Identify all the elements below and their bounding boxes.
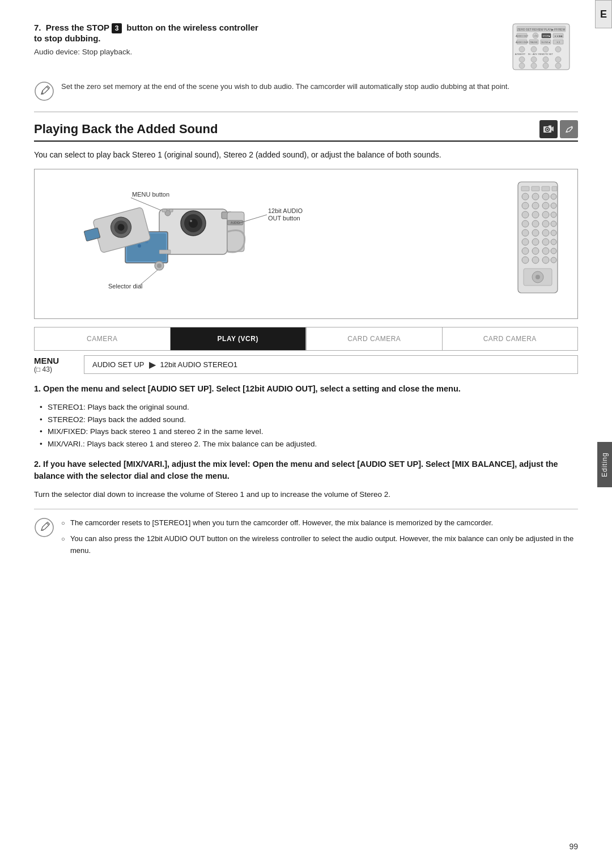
svg-point-108 <box>542 257 549 263</box>
menu-path-item2: 12bit AUDIO STEREO1 <box>160 360 238 369</box>
section7-text-block: 7. Press the STOP 3 button on the wirele… <box>34 23 504 56</box>
step2-heading: 2. If you have selected [MIX/VARI.], adj… <box>34 458 578 483</box>
svg-point-80 <box>542 193 549 200</box>
svg-point-47 <box>189 219 198 228</box>
note-text-1: Set the zero set memory at the end of th… <box>61 81 509 92</box>
note-list-2: The camcorder resets to [STEREO1] when y… <box>61 517 578 561</box>
svg-point-29 <box>555 57 561 62</box>
bullet-item: MIX/VARI.: Plays back stereo 1 and stere… <box>40 438 578 450</box>
svg-rect-57 <box>169 209 173 212</box>
svg-text:STOP■: STOP■ <box>542 35 550 37</box>
note-pencil-icon <box>34 81 54 101</box>
svg-point-91 <box>532 220 539 227</box>
menu-ref: (□ 43) <box>34 365 79 373</box>
svg-text:12bit AUDIO: 12bit AUDIO <box>268 207 303 214</box>
menu-row: MENU (□ 43) AUDIO SET UP ▶ 12bit AUDIO S… <box>34 355 578 374</box>
svg-point-20 <box>531 46 537 52</box>
note-list-item: The camcorder resets to [STEREO1] when y… <box>61 517 578 529</box>
e-badge: E <box>595 0 612 28</box>
section7-heading: 7. Press the STOP 3 button on the wirele… <box>34 23 487 43</box>
svg-text:Selector dial: Selector dial <box>108 283 143 290</box>
section-divider <box>34 112 578 112</box>
svg-point-39 <box>547 129 549 130</box>
svg-point-64 <box>157 263 162 268</box>
diagram-left: MENU button AUDIO <box>46 181 498 307</box>
bullet-item: STEREO2: Plays back the added sound. <box>40 414 578 426</box>
svg-point-98 <box>522 239 529 245</box>
section7-subtext: Audio device: Stop playback. <box>34 48 487 56</box>
svg-point-105 <box>551 248 556 254</box>
svg-point-78 <box>522 193 529 200</box>
svg-point-112 <box>536 275 540 279</box>
svg-point-34 <box>35 82 53 100</box>
svg-point-96 <box>542 229 549 236</box>
svg-text:OUT button: OUT button <box>268 215 300 222</box>
svg-point-86 <box>522 211 529 218</box>
menu-label: MENU <box>34 356 79 365</box>
svg-text:AUDIO: AUDIO <box>231 221 240 224</box>
pen-icon-box <box>560 120 578 138</box>
playing-back-intro: You can select to play back Stereo 1 (or… <box>34 148 578 161</box>
svg-point-19 <box>519 46 525 52</box>
tab-camera[interactable]: CAMERA <box>35 327 171 350</box>
tab-card-camera-1[interactable]: CARD CAMERA <box>307 327 443 350</box>
svg-point-97 <box>551 230 556 236</box>
svg-rect-75 <box>532 186 539 191</box>
tab-play-vcr[interactable]: PLAY (VCR) <box>171 327 307 350</box>
camcorder-diagram-svg: MENU button AUDIO <box>46 181 329 305</box>
svg-point-95 <box>532 229 539 236</box>
svg-point-28 <box>543 57 549 62</box>
bullet-item: STEREO1: Plays back the original sound. <box>40 401 578 414</box>
svg-point-30 <box>519 63 525 69</box>
svg-point-89 <box>551 212 556 218</box>
svg-text:AUDIO OUT: AUDIO OUT <box>516 35 529 37</box>
menu-path-item1: AUDIO SET UP <box>92 360 144 369</box>
step2-text: Turn the selector dial down to increase … <box>34 488 578 501</box>
svg-rect-77 <box>552 186 557 191</box>
svg-point-113 <box>35 518 53 537</box>
svg-text:−/+: −/+ <box>533 34 537 37</box>
svg-point-83 <box>532 202 539 209</box>
svg-point-84 <box>542 202 549 209</box>
note-icon-1 <box>34 81 54 101</box>
svg-point-92 <box>542 220 549 227</box>
svg-point-53 <box>138 244 141 248</box>
svg-point-33 <box>555 63 561 69</box>
page-number: 99 <box>569 842 578 851</box>
section-title-playing-back: Playing Back the Added Sound <box>34 120 578 142</box>
svg-rect-60 <box>159 250 171 254</box>
svg-marker-40 <box>551 126 554 131</box>
section-title-icons <box>539 120 578 138</box>
remote-control-image: ZERO SET REVIEW PLAY▶ FF/REW AUDIO OUT −… <box>504 23 578 71</box>
svg-point-106 <box>522 257 529 263</box>
remote-svg: ZERO SET REVIEW PLAY▶ FF/REW AUDIO OUT −… <box>504 23 578 71</box>
step1-bullets: STEREO1: Plays back the original sound. … <box>40 401 578 450</box>
svg-point-26 <box>519 57 525 62</box>
svg-text:SLOW◄: SLOW◄ <box>541 41 550 44</box>
svg-point-101 <box>551 239 556 245</box>
menu-arrow-icon: ▶ <box>149 359 156 370</box>
mode-tabs: CAMERA PLAY (VCR) CARD CAMERA CARD CAMER… <box>34 327 578 351</box>
svg-point-102 <box>522 248 529 254</box>
remote-diagram-svg <box>512 181 563 294</box>
svg-point-22 <box>555 46 561 52</box>
note-box-1: Set the zero set memory at the end of th… <box>34 81 578 101</box>
menu-label-block: MENU (□ 43) <box>34 356 79 373</box>
note-icon-2 <box>34 517 54 538</box>
svg-rect-37 <box>549 125 551 127</box>
editing-sidebar: Editing <box>597 442 612 487</box>
svg-point-109 <box>551 257 556 263</box>
svg-point-79 <box>532 193 539 200</box>
bullet-item: MIX/FIXED: Plays back stereo 1 and stere… <box>40 426 578 438</box>
svg-point-21 <box>543 46 549 52</box>
svg-text:MENU button: MENU button <box>132 191 169 198</box>
camera-icon <box>543 124 554 134</box>
pen-icon <box>563 124 575 134</box>
svg-point-48 <box>190 220 192 222</box>
svg-point-81 <box>551 194 556 199</box>
svg-text:AUDIO DUB: AUDIO DUB <box>516 41 529 44</box>
svg-text:PAUSE: PAUSE <box>530 41 538 44</box>
svg-rect-56 <box>162 209 167 212</box>
svg-point-90 <box>522 220 529 227</box>
tab-card-camera-2[interactable]: CARD CAMERA <box>443 327 578 350</box>
